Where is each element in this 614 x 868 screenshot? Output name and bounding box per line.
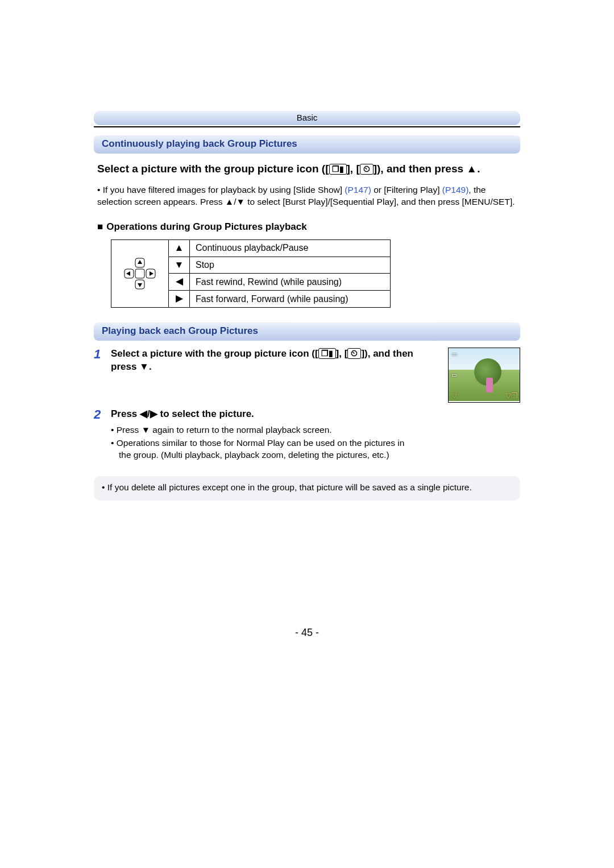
right-arrow-icon: ▶ [169,291,190,308]
operations-table-wrap: ▲ Continuous playback/Pause ▼ Stop ◀ Fas… [111,239,520,308]
op-desc: Stop [190,257,391,274]
op-desc: Fast forward, Forward (while pausing) [190,291,391,308]
page-number: - 45 - [0,626,614,639]
thumb-icon: ▭ [451,371,457,379]
operations-table: ▲ Continuous playback/Pause ▼ Stop ◀ Fas… [168,239,391,308]
step2-bullet: • Operations similar to those for Normal… [111,437,406,461]
timer-icon: ⏲ [347,348,361,359]
burst-icon: ❐▮ [329,164,347,175]
step2-bullet: • Press ▼ again to return to the normal … [111,424,406,436]
step1-text: Select a picture with the group picture … [111,348,438,374]
table-row: ▶ Fast forward, Forward (while pausing) [169,291,391,308]
chapter-underline [94,126,520,127]
table-row: ◀ Fast rewind, Rewind (while pausing) [169,274,391,291]
timer-icon: ⏲ [360,164,374,175]
operations-heading: ■Operations during Group Pictures playba… [97,221,517,234]
step-2: 2 Press ◀/▶ to select the picture. • Pre… [94,408,520,461]
table-row: ▼ Stop [169,257,391,274]
preview-thumbnail: ▭ ▭ ▽ ▽❐ [448,348,520,403]
page-content: Basic Continuously playing back Group Pi… [94,111,520,501]
instruction-continuous: Select a picture with the group picture … [97,162,517,176]
section1-title: Continuously playing back Group Pictures [102,138,297,149]
burst-group-icon: ▽❐ [505,391,518,401]
up-arrow-icon: ▲ [169,239,190,257]
chapter-bar: Basic [94,111,520,125]
chapter-label: Basic [297,113,318,122]
section-heading-each: Playing back each Group Pictures [94,323,520,341]
step-number: 1 [94,348,111,361]
table-row: ▲ Continuous playback/Pause [169,239,391,257]
op-desc: Fast rewind, Rewind (while pausing) [190,274,391,291]
link-p149[interactable]: (P149) [442,185,469,195]
section-heading-continuous: Continuously playing back Group Pictures [94,135,520,154]
step2-title: Press ◀/▶ to select the picture. [111,408,520,421]
note-text: • If you delete all pictures except one … [102,482,472,492]
section2-title: Playing back each Group Pictures [102,325,258,336]
link-p147[interactable]: (P147) [345,185,371,195]
square-bullet-icon: ■ [97,221,103,232]
down-arrow-icon: ▼ [169,257,190,274]
burst-icon: ❐▮ [318,348,336,359]
down-arrow-icon: ▽ [452,391,457,400]
op-desc: Continuous playback/Pause [190,239,391,257]
svg-rect-0 [135,269,144,278]
thumb-icon: ▭ [451,350,457,358]
step-number: 2 [94,408,111,421]
left-arrow-icon: ◀ [169,274,190,291]
filter-note: • If you have filtered images for playba… [97,184,517,208]
note-box: • If you delete all pictures except one … [94,476,520,501]
dpad-illustration [111,239,168,308]
